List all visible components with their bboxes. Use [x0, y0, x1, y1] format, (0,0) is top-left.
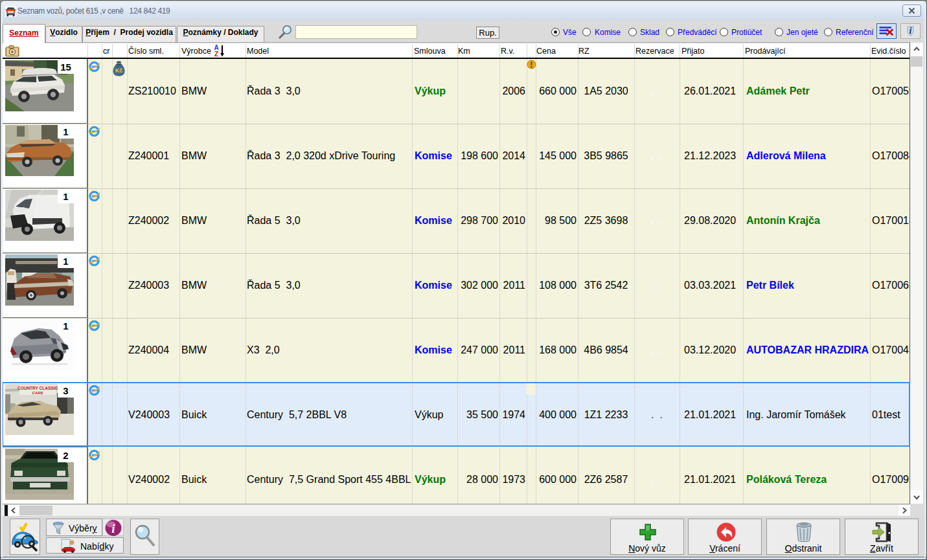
svg-text:Z: Z	[214, 50, 218, 58]
svg-text:Kč: Kč	[115, 67, 123, 74]
svg-text:i: i	[910, 26, 912, 36]
svg-text:i: i	[111, 522, 115, 535]
